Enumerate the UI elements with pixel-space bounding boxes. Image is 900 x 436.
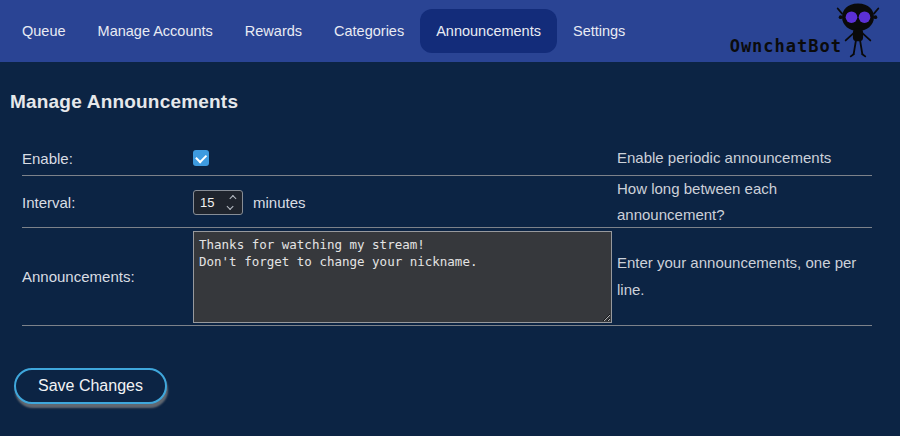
spinner-up-icon[interactable] [229, 195, 236, 202]
nav-item-queue[interactable]: Queue [6, 9, 82, 53]
announcements-label: Announcements: [22, 268, 193, 285]
nav-item-settings[interactable]: Settings [557, 9, 641, 53]
interval-help-text: How long between each announcement? [617, 176, 872, 229]
spinner-down-icon[interactable] [226, 203, 233, 210]
logo: OwnchatBot [730, 0, 880, 62]
interval-input[interactable] [194, 195, 222, 210]
enable-checkbox[interactable] [193, 150, 209, 166]
robot-mascot-icon [836, 2, 880, 60]
form-row-enable: Enable: Enable periodic announcements [22, 141, 872, 176]
enable-help-text: Enable periodic announcements [617, 145, 872, 171]
form-row-interval: Interval: minutes How long between each … [22, 176, 872, 228]
interval-unit-label: minutes [253, 194, 306, 211]
announcements-textarea[interactable]: Thanks for watching my stream! Don't for… [193, 231, 612, 323]
enable-label: Enable: [22, 150, 193, 167]
interval-label: Interval: [22, 194, 193, 211]
logo-text: OwnchatBot [730, 38, 842, 62]
announcements-help-text: Enter your announcements, one per line. [617, 250, 872, 303]
navbar: Queue Manage Accounts Rewards Categories… [0, 0, 900, 62]
interval-spinner[interactable] [222, 196, 240, 209]
form-row-announcements: Announcements: Thanks for watching my st… [22, 228, 872, 326]
page-title: Manage Announcements [10, 91, 900, 113]
nav-item-rewards[interactable]: Rewards [229, 9, 318, 53]
save-changes-button[interactable]: Save Changes [14, 368, 167, 404]
announcements-form: Enable: Enable periodic announcements In… [22, 141, 872, 326]
main-content: Manage Announcements Enable: Enable peri… [0, 91, 900, 404]
interval-input-wrapper [193, 190, 243, 215]
nav-item-categories[interactable]: Categories [318, 9, 420, 53]
nav-item-announcements[interactable]: Announcements [420, 9, 557, 53]
nav-item-manage-accounts[interactable]: Manage Accounts [82, 9, 229, 53]
